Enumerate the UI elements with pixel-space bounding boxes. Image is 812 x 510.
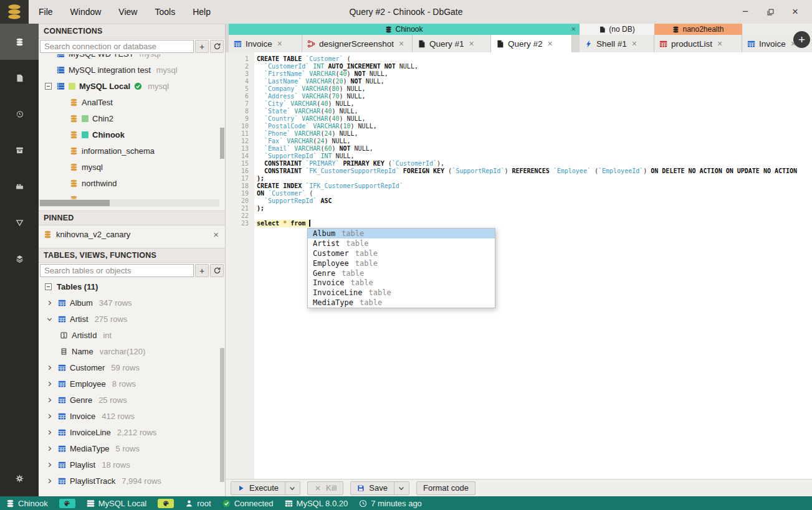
table-item[interactable]: InvoiceLine2,212 rows	[39, 424, 225, 440]
close-button[interactable]: ×	[787, 4, 803, 20]
scrollbar-thumb[interactable]	[220, 128, 224, 159]
chevron-right-icon[interactable]	[45, 478, 54, 484]
maximize-button[interactable]	[762, 4, 778, 20]
connection-item[interactable]: MySQL Localmysql	[39, 78, 225, 94]
tab-filler	[572, 35, 580, 52]
table-icon	[58, 412, 66, 420]
chevron-right-icon[interactable]	[45, 380, 54, 387]
table-icon	[234, 40, 242, 48]
activity-query-designer[interactable]	[0, 204, 39, 240]
execute-button[interactable]: Execute	[231, 481, 300, 495]
expander-collapse[interactable]	[44, 283, 53, 290]
tab-group-header[interactable]: (no DB)	[580, 24, 654, 35]
connections-refresh-button[interactable]	[210, 40, 224, 53]
sql-editor[interactable]: 1234567891011121314151617181920212223 CR…	[226, 52, 812, 479]
tab-label: productList	[671, 39, 712, 49]
autocomplete-item[interactable]: Customertable	[308, 248, 495, 258]
autocomplete-item[interactable]: Employeetable	[308, 258, 495, 268]
tab-label: Query #1	[429, 39, 464, 49]
menu-file[interactable]: File	[39, 7, 53, 17]
unpin-icon[interactable]: ×	[213, 229, 219, 240]
chevron-down-icon	[289, 484, 296, 492]
activity-databases[interactable]	[0, 24, 39, 60]
tab-query-2[interactable]: Query #2×	[491, 35, 572, 52]
chevron-down-icon[interactable]	[45, 316, 54, 323]
connections-search-input[interactable]	[40, 40, 194, 53]
save-button[interactable]: Save	[350, 481, 409, 495]
column-item[interactable]: Namevarchar(120)	[39, 343, 225, 359]
autocomplete-name: MediaType	[313, 298, 353, 307]
tab-shell-1[interactable]: Shell #1×	[580, 35, 654, 52]
connection-item[interactable]: northwind	[39, 175, 225, 191]
expander-collapse[interactable]	[44, 83, 53, 90]
activity-history[interactable]	[0, 96, 39, 132]
chevron-right-icon[interactable]	[45, 445, 54, 452]
tab-invoice[interactable]: Invoice×	[229, 35, 302, 52]
close-tab-icon[interactable]: ×	[469, 39, 474, 49]
autocomplete-item[interactable]: Artisttable	[308, 238, 495, 248]
activity-layers[interactable]	[0, 240, 39, 276]
tab-group-header[interactable]: nano2health	[654, 24, 742, 35]
tables-refresh-button[interactable]	[210, 264, 224, 277]
menu-view[interactable]: View	[118, 7, 137, 17]
format-code-button[interactable]: Format code	[416, 481, 475, 495]
autocomplete-item[interactable]: Albumtable	[308, 229, 495, 238]
tab-productlist[interactable]: productList×	[654, 35, 742, 52]
close-tab-icon[interactable]: ×	[717, 39, 722, 49]
activity-plugins[interactable]	[0, 168, 39, 204]
autocomplete-item[interactable]: InvoiceLinetable	[308, 288, 495, 298]
table-item[interactable]: Album347 rows	[39, 295, 225, 311]
tables-add-button[interactable]: +	[195, 264, 209, 277]
close-tab-icon[interactable]: ×	[548, 39, 553, 49]
table-item[interactable]: Invoice412 rows	[39, 408, 225, 424]
connection-item[interactable]: MySQL WD TESTmysql	[39, 54, 225, 62]
chevron-right-icon[interactable]	[45, 461, 54, 468]
tab-designerscreenshot[interactable]: designerScreenshot×	[302, 35, 413, 52]
close-tab-icon[interactable]: ×	[277, 39, 282, 49]
activity-settings[interactable]	[0, 460, 39, 496]
table-item[interactable]: Genre25 rows	[39, 392, 225, 408]
new-tab-button[interactable]: +	[793, 31, 810, 48]
chevron-right-icon[interactable]	[45, 300, 54, 306]
table-item[interactable]: MediaType5 rows	[39, 440, 225, 456]
dropdown-caret[interactable]	[285, 482, 300, 494]
scrollbar-thumb[interactable]	[40, 200, 110, 206]
tables-search-input[interactable]	[40, 264, 194, 277]
chevron-right-icon[interactable]	[45, 364, 54, 371]
autocomplete-item[interactable]: MediaTypetable	[308, 298, 495, 308]
table-name: InvoiceLine	[70, 428, 111, 437]
tab-group-header[interactable]: Chinook×	[229, 24, 580, 35]
connection-item[interactable]: Chin2	[39, 110, 225, 126]
connection-item[interactable]: Chinook	[39, 126, 225, 143]
menu-window[interactable]: Window	[70, 7, 102, 17]
pinned-item[interactable]: knihovna_v2_canary×	[39, 225, 225, 243]
activity-files[interactable]	[0, 60, 39, 96]
minimize-button[interactable]: −	[737, 4, 753, 20]
tables-root[interactable]: Tables (11)	[39, 278, 225, 295]
menu-tools[interactable]: Tools	[155, 7, 175, 17]
chevron-right-icon[interactable]	[45, 429, 54, 436]
menu-help[interactable]: Help	[193, 7, 211, 17]
dropdown-caret[interactable]	[394, 482, 409, 494]
table-item[interactable]: Playlist18 rows	[39, 456, 225, 473]
connection-item[interactable]: AnalTest	[39, 94, 225, 110]
table-item[interactable]: Employee8 rows	[39, 375, 225, 392]
table-item[interactable]: PlaylistTrack7,994 rows	[39, 473, 225, 489]
close-tab-icon[interactable]: ×	[399, 39, 404, 49]
autocomplete-item[interactable]: Genretable	[308, 268, 495, 278]
close-tab-icon[interactable]: ×	[632, 39, 637, 49]
connection-item[interactable]: MySQL integration testmysql	[39, 62, 225, 78]
table-item[interactable]: Customer59 rows	[39, 359, 225, 375]
table-item[interactable]: Artist275 rows	[39, 311, 225, 327]
scrollbar-thumb[interactable]	[220, 348, 224, 482]
tab-query-1[interactable]: Query #1×	[413, 35, 491, 52]
chevron-right-icon[interactable]	[45, 397, 54, 404]
connection-item[interactable]: information_schema	[39, 143, 225, 159]
chevron-right-icon[interactable]	[45, 413, 54, 420]
connection-item[interactable]: mysql	[39, 159, 225, 175]
connections-add-button[interactable]: +	[195, 40, 209, 53]
autocomplete-item[interactable]: Invoicetable	[308, 278, 495, 288]
close-group-icon[interactable]: ×	[571, 24, 576, 34]
activity-archive[interactable]	[0, 132, 39, 168]
column-item[interactable]: ArtistIdint	[39, 327, 225, 343]
